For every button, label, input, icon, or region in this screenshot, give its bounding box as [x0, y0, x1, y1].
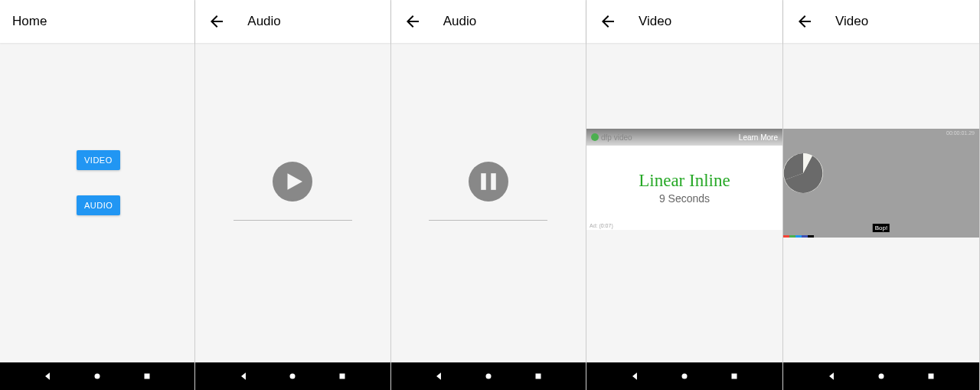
- back-arrow-icon[interactable]: [599, 12, 617, 31]
- screen-audio-pause: Audio: [391, 0, 586, 390]
- audio-button[interactable]: AUDIO: [77, 195, 120, 215]
- content-area: [391, 43, 586, 362]
- home-nav-icon[interactable]: [287, 371, 298, 382]
- svg-rect-1: [144, 374, 149, 379]
- content-area: 00:00:01.29 Bop!: [783, 43, 979, 362]
- svg-point-8: [485, 374, 491, 379]
- back-nav-icon[interactable]: [42, 371, 53, 382]
- dfp-badge: dfp video: [591, 133, 632, 142]
- recent-nav-icon[interactable]: [142, 371, 152, 382]
- back-arrow-icon[interactable]: [795, 12, 814, 31]
- home-button-group: VIDEO AUDIO: [0, 43, 194, 215]
- audio-progress[interactable]: [429, 220, 547, 221]
- video-player[interactable]: 00:00:01.29 Bop!: [783, 129, 979, 238]
- content-area: VIDEO AUDIO: [0, 43, 194, 362]
- android-nav-bar: [391, 362, 586, 390]
- page-title: Home: [12, 14, 47, 29]
- audio-controls: [195, 43, 390, 221]
- learn-more-link[interactable]: Learn More: [739, 133, 778, 142]
- back-nav-icon[interactable]: [433, 371, 444, 382]
- screen-home: Home VIDEO AUDIO: [0, 0, 195, 390]
- content-area: dfp video Learn More Linear Inline 9 Sec…: [586, 43, 782, 362]
- video-timecode: 00:00:01.29: [783, 129, 979, 143]
- page-title: Audio: [247, 14, 280, 29]
- svg-rect-6: [481, 173, 486, 190]
- page-title: Audio: [443, 14, 476, 29]
- recent-nav-icon[interactable]: [337, 371, 348, 382]
- audio-controls: [391, 43, 586, 221]
- back-arrow-icon[interactable]: [403, 12, 422, 31]
- dfp-text: dfp video: [601, 133, 632, 142]
- recent-nav-icon[interactable]: [533, 371, 544, 382]
- dfp-dot-icon: [591, 133, 599, 141]
- video-body: Linear Inline 9 Seconds Ad: (0:07): [586, 146, 782, 230]
- header: Home: [0, 0, 194, 43]
- video-ad-subtitle: 9 Seconds: [659, 192, 710, 205]
- color-bar: [783, 235, 814, 238]
- home-nav-icon[interactable]: [483, 371, 494, 382]
- svg-point-13: [878, 374, 884, 379]
- video-button[interactable]: VIDEO: [77, 150, 120, 170]
- back-nav-icon[interactable]: [238, 371, 249, 382]
- android-nav-bar: [195, 362, 390, 390]
- play-icon[interactable]: [273, 162, 312, 202]
- video-player[interactable]: dfp video Learn More Linear Inline 9 Sec…: [586, 129, 782, 230]
- home-nav-icon[interactable]: [876, 371, 887, 382]
- video-top-bar: dfp video Learn More: [586, 129, 782, 146]
- svg-point-5: [469, 162, 508, 202]
- screen-audio-play: Audio: [195, 0, 390, 390]
- header: Video: [586, 0, 782, 43]
- svg-rect-14: [929, 374, 934, 379]
- svg-rect-9: [535, 374, 541, 379]
- page-title: Video: [639, 14, 671, 29]
- back-nav-icon[interactable]: [629, 371, 640, 382]
- svg-rect-11: [732, 374, 737, 379]
- header: Audio: [391, 0, 586, 43]
- svg-rect-7: [491, 173, 496, 190]
- video-ad-title: Linear Inline: [639, 171, 730, 191]
- audio-progress[interactable]: [234, 220, 352, 221]
- android-nav-bar: [783, 362, 979, 390]
- content-area: [195, 43, 390, 362]
- pause-icon[interactable]: [469, 162, 508, 202]
- bop-label: Bop!: [873, 224, 890, 232]
- back-nav-icon[interactable]: [826, 371, 837, 382]
- android-nav-bar: [0, 362, 194, 390]
- recent-nav-icon[interactable]: [729, 371, 740, 382]
- countdown-clock-icon: [783, 153, 823, 193]
- android-nav-bar: [586, 362, 782, 390]
- header: Video: [783, 0, 979, 43]
- page-title: Video: [835, 14, 868, 29]
- ad-duration-label: Ad: (0:07): [590, 223, 613, 228]
- home-nav-icon[interactable]: [92, 371, 103, 382]
- back-arrow-icon[interactable]: [207, 12, 226, 31]
- screen-video-countdown: Video 00:00:01.29 Bop!: [783, 0, 980, 390]
- svg-point-10: [681, 374, 687, 379]
- home-nav-icon[interactable]: [679, 371, 690, 382]
- screen-video-inline: Video dfp video Learn More Linear Inline…: [586, 0, 783, 390]
- recent-nav-icon[interactable]: [926, 371, 936, 382]
- header: Audio: [195, 0, 390, 43]
- svg-point-0: [95, 374, 100, 379]
- svg-rect-4: [340, 374, 345, 379]
- svg-point-3: [290, 374, 296, 379]
